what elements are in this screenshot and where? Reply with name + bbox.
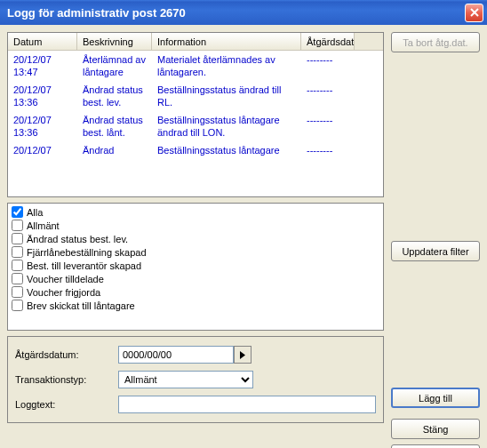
table-header-row: Datum Beskrivning Information Åtgärdsdat… (8, 33, 383, 51)
filter-item[interactable]: Best. till leverantör skapad (10, 259, 381, 272)
filter-label: Best. till leverantör skapad (27, 260, 141, 271)
cell-info: Beställningsstatus låntagare (152, 143, 301, 157)
logtext-input[interactable] (118, 396, 376, 413)
cell-atg: -------- (301, 113, 355, 140)
titlebar: Logg för administrativ post 2670 (0, 0, 487, 25)
filter-label: Voucher frigjorda (27, 287, 100, 298)
filter-item[interactable]: Allmänt (10, 219, 381, 232)
filter-item[interactable]: Ändrad status best. lev. (10, 232, 381, 245)
header-information[interactable]: Information (152, 33, 301, 50)
filter-item[interactable]: Brev skickat till låntagare (10, 299, 381, 312)
filter-list: AllaAllmäntÄndrad status best. lev.Fjärr… (7, 203, 384, 331)
filter-label: Fjärrlånebeställning skapad (27, 247, 147, 258)
log-table: Datum Beskrivning Information Åtgärdsdat… (7, 32, 384, 197)
cell-atg: -------- (301, 83, 355, 109)
filter-checkbox[interactable] (12, 246, 23, 258)
filter-checkbox[interactable] (12, 286, 23, 298)
header-datum[interactable]: Datum (8, 33, 77, 50)
filter-checkbox[interactable] (12, 206, 23, 218)
filter-body[interactable]: AllaAllmäntÄndrad status best. lev.Fjärr… (8, 204, 383, 330)
add-button[interactable]: Lägg till (391, 388, 480, 408)
trans-label: Transaktionstyp: (15, 374, 113, 385)
filter-item[interactable]: Voucher tilldelade (10, 272, 381, 285)
table-body[interactable]: 20/12/07 13:47Återlämnad av låntagareMat… (8, 51, 383, 197)
table-row[interactable]: 20/12/07ÄndradBeställningsstatus låntaga… (8, 141, 383, 159)
filter-checkbox[interactable] (12, 300, 23, 311)
remove-atg-button: Ta bort åtg.dat. (391, 32, 480, 52)
filter-item[interactable]: Fjärrlånebeställning skapad (10, 245, 381, 259)
cell-besk: Ändrad (77, 143, 152, 157)
filter-checkbox[interactable] (12, 260, 23, 271)
trans-type-select[interactable]: Allmänt (118, 371, 253, 388)
cell-besk: Återlämnad av låntagare (77, 52, 152, 79)
cell-info: Beställningsstatus ändrad till RL. (152, 83, 301, 109)
header-atgardsdatum[interactable]: Åtgärdsdatu (301, 33, 355, 50)
table-row[interactable]: 20/12/07 13:36Ändrad status best. lev.Be… (8, 81, 383, 111)
table-row[interactable]: 20/12/07 13:36Ändrad status best. lånt.B… (8, 111, 383, 141)
table-row[interactable]: 20/12/07 13:47Återlämnad av låntagareMat… (8, 51, 383, 81)
cell-datum: 20/12/07 13:36 (8, 83, 77, 109)
filter-label: Allmänt (27, 220, 60, 231)
atg-date-input[interactable] (118, 346, 234, 364)
cell-info: Beställningsstatus låntagare ändrad till… (152, 113, 301, 140)
form-panel: Åtgärdsdatum: Transaktionstyp: Allmänt L… (7, 336, 384, 423)
filter-checkbox[interactable] (12, 233, 23, 244)
help-button[interactable]: Hjälp (391, 444, 480, 448)
logtext-label: Loggtext: (15, 399, 113, 410)
filter-checkbox[interactable] (12, 220, 23, 231)
close-icon[interactable] (465, 4, 483, 22)
update-filter-button[interactable]: Uppdatera filter (391, 241, 480, 261)
atg-label: Åtgärdsdatum: (15, 349, 113, 360)
cell-info: Materialet återlämnades av låntagaren. (152, 52, 301, 79)
cell-datum: 20/12/07 13:47 (8, 52, 77, 79)
cell-besk: Ändrad status best. lånt. (77, 113, 152, 140)
cell-atg: -------- (301, 143, 355, 157)
cell-atg: -------- (301, 52, 355, 79)
cell-datum: 20/12/07 13:36 (8, 113, 77, 140)
filter-label: Voucher tilldelade (27, 274, 104, 284)
filter-item[interactable]: Voucher frigjorda (10, 285, 381, 299)
date-picker-button[interactable] (234, 346, 251, 364)
filter-label: Ändrad status best. lev. (27, 234, 128, 244)
cell-datum: 20/12/07 (8, 143, 77, 157)
header-beskrivning[interactable]: Beskrivning (77, 33, 152, 50)
cell-besk: Ändrad status best. lev. (77, 83, 152, 109)
filter-label: Alla (27, 207, 43, 218)
window-title: Logg för administrativ post 2670 (7, 6, 465, 20)
filter-item[interactable]: Alla (10, 205, 381, 219)
filter-checkbox[interactable] (12, 273, 23, 284)
close-button[interactable]: Stäng (391, 419, 480, 439)
filter-label: Brev skickat till låntagare (27, 300, 135, 311)
